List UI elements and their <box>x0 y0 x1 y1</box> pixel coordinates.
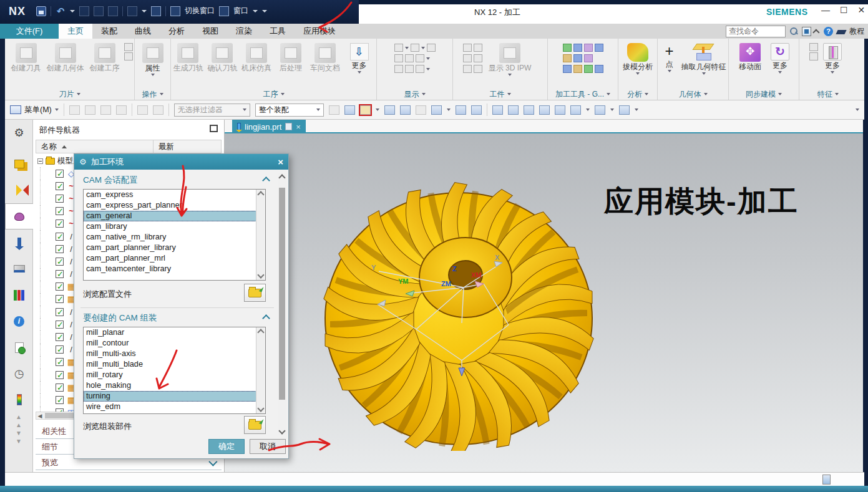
cancel-button[interactable]: 取消 <box>250 439 286 454</box>
machining-tool-icon[interactable] <box>595 44 603 52</box>
dialog-scrollbar[interactable] <box>278 173 286 435</box>
switch-window-label[interactable]: 切换窗口 <box>185 6 215 16</box>
extract-dropdown-icon[interactable] <box>702 72 706 75</box>
display-tool-icon[interactable] <box>416 65 424 73</box>
toolbar-overflow-icon[interactable] <box>856 109 859 111</box>
browse-config-button[interactable] <box>244 284 266 302</box>
group-dropdown-icon[interactable] <box>422 93 426 95</box>
constraint-navigator-button[interactable] <box>5 177 33 203</box>
machining-tool-icon[interactable] <box>584 65 593 73</box>
toolbar-icon[interactable] <box>69 105 80 115</box>
column-name[interactable]: 名称 <box>36 140 154 153</box>
stamp-dropdown-icon[interactable] <box>142 10 147 12</box>
feature-more-button[interactable]: 更多 <box>818 41 847 74</box>
toolbar-icon[interactable] <box>100 105 111 115</box>
column-latest[interactable]: 最新 <box>154 142 174 152</box>
dialog-titlebar[interactable]: ⚙ 加工环境 × <box>74 154 288 170</box>
toolbar-icon[interactable] <box>153 105 163 115</box>
machining-tool-icon[interactable] <box>595 65 603 73</box>
create-operation-button[interactable]: 创建工序 <box>85 41 124 72</box>
toolbar-icon[interactable] <box>456 105 466 115</box>
workpiece-tool-icon[interactable] <box>463 44 472 52</box>
display-tool-icon[interactable] <box>427 44 436 52</box>
undo-dropdown-icon[interactable] <box>70 10 75 12</box>
tab-file[interactable]: 文件(F) <box>0 24 59 39</box>
sync-more-dropdown-icon[interactable] <box>778 71 782 74</box>
group-dropdown-icon[interactable] <box>607 93 610 95</box>
feature-more-dropdown-icon[interactable] <box>831 71 834 74</box>
visibility-checkbox[interactable] <box>56 170 64 178</box>
list-item[interactable]: mill_multi_blade <box>84 359 265 370</box>
window-icon[interactable] <box>219 6 229 16</box>
list-item[interactable]: mill_multi-axis <box>84 349 265 359</box>
display-tool-icon[interactable] <box>405 65 414 73</box>
draft-analysis-button[interactable]: 拔模分析 <box>618 41 657 75</box>
list-scrollbar[interactable] <box>256 327 265 413</box>
toolbar-icon[interactable] <box>416 105 426 115</box>
assembly-navigator-button[interactable] <box>5 151 33 177</box>
menu-tab[interactable]: 分析 <box>160 24 193 39</box>
window-menu-label[interactable]: 窗口 <box>233 6 248 16</box>
create-tool-button[interactable]: 创建刀具 <box>6 41 46 72</box>
visibility-checkbox[interactable] <box>56 371 64 379</box>
cam-assembly-list[interactable]: mill_planarmill_contourmill_multi-axismi… <box>83 327 266 414</box>
roles-gear-button[interactable]: ⚙ <box>5 120 33 146</box>
list-item[interactable]: cam_teamcenter_library <box>84 264 265 274</box>
visibility-checkbox[interactable] <box>56 383 64 392</box>
group-dropdown-icon[interactable] <box>77 93 80 95</box>
ipw-dropdown-icon[interactable] <box>508 74 512 76</box>
group-dropdown-icon[interactable] <box>778 93 782 95</box>
group-dropdown-icon[interactable] <box>704 93 708 95</box>
visibility-checkbox[interactable] <box>56 270 64 278</box>
sidebar-scroll-arrows[interactable]: ▲▲▼▼ <box>5 413 32 445</box>
display-tool-icon[interactable] <box>411 44 419 52</box>
list-item[interactable]: cam_library <box>84 221 265 232</box>
visibility-checkbox[interactable] <box>56 233 64 241</box>
toolbar-icon[interactable] <box>137 105 148 115</box>
visibility-checkbox[interactable] <box>56 295 64 303</box>
qat-customize-icon[interactable] <box>262 10 267 12</box>
postprocess-button[interactable]: 后处理 <box>274 41 308 72</box>
list-item[interactable]: cam_express <box>84 190 265 200</box>
toolbar-icon[interactable] <box>471 105 482 115</box>
generate-toolpath-button[interactable]: 生成刀轨 <box>171 41 205 72</box>
machining-tool-icon[interactable] <box>563 54 572 62</box>
web-browser-button[interactable] <box>5 334 33 360</box>
machining-tool-icon[interactable] <box>573 44 582 52</box>
paste-icon[interactable] <box>108 6 118 16</box>
menu-tab[interactable]: 应用模块 <box>295 24 344 39</box>
display-tool-icon[interactable] <box>394 54 403 62</box>
small-tool-icon[interactable] <box>124 43 133 51</box>
visibility-checkbox[interactable] <box>56 245 64 253</box>
properties-button[interactable]: 属性 <box>135 41 170 76</box>
impeller-model[interactable]: Y YM Z ZM XM X <box>284 176 633 451</box>
undock-icon[interactable] <box>210 125 218 132</box>
tutorial-label[interactable]: 教程 <box>849 26 864 37</box>
stamp-icon[interactable] <box>127 6 137 16</box>
list-item[interactable]: wire_edm <box>84 402 265 412</box>
toolbar-icon[interactable] <box>492 105 503 115</box>
window-layout-icon[interactable] <box>802 27 811 36</box>
visibility-checkbox[interactable] <box>56 182 64 190</box>
move-face-button[interactable]: ✥移动面 <box>734 41 766 71</box>
list-item[interactable]: cam_general <box>84 211 265 221</box>
toolbar-icon[interactable] <box>384 105 395 115</box>
workpiece-tool-icon[interactable] <box>474 65 482 73</box>
machining-tool-icon[interactable] <box>584 54 593 62</box>
menu-tab[interactable]: 曲线 <box>126 24 160 39</box>
graphics-viewport[interactable]: lingjian.prt × 应用模块-加工 <box>225 120 863 472</box>
maximize-button[interactable]: ☐ <box>840 5 848 15</box>
list-item[interactable]: mill_planar <box>84 327 265 338</box>
find-command-input[interactable] <box>726 26 786 37</box>
workpiece-tool-icon[interactable] <box>474 44 482 52</box>
visibility-checkbox[interactable] <box>56 396 64 404</box>
menu-button[interactable]: 菜单(M) <box>10 105 59 115</box>
list-item[interactable]: cam_part_planner_mrl <box>84 253 265 264</box>
toolbar-icon[interactable] <box>116 105 127 115</box>
selection-filter-select[interactable]: 无选择过滤器 <box>174 104 250 117</box>
display-tool-icon[interactable] <box>416 54 424 62</box>
display-tool-icon[interactable] <box>394 44 403 52</box>
list-item[interactable]: cam_part_planner_library <box>84 243 265 253</box>
draft-dropdown-icon[interactable] <box>636 72 640 75</box>
visibility-checkbox[interactable] <box>56 333 64 341</box>
